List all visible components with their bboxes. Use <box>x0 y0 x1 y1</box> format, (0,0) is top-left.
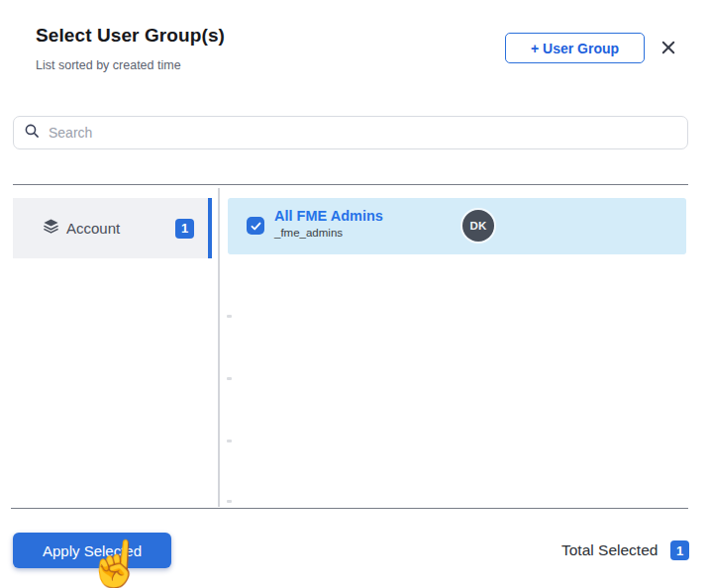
select-user-group-dialog: Select User Group(s) List sorted by crea… <box>0 0 711 588</box>
total-selected-badge: 1 <box>670 540 689 560</box>
column-divider <box>218 188 220 507</box>
apply-selected-button[interactable]: Apply Selected <box>13 533 171 568</box>
list-placeholder-dot <box>227 377 232 380</box>
total-selected-label: Total Selected <box>561 541 658 559</box>
close-icon <box>660 39 677 59</box>
sidebar-item-label: Account <box>66 220 120 237</box>
search-box <box>13 116 688 149</box>
list-placeholder-dot <box>227 315 232 318</box>
search-icon <box>24 123 41 144</box>
sidebar-count-badge: 1 <box>175 219 194 239</box>
checkmark-icon <box>250 220 262 233</box>
search-input[interactable] <box>41 125 687 141</box>
list-placeholder-dot <box>227 500 232 503</box>
sort-hint-text: List sorted by created time <box>36 58 181 72</box>
sidebar-selected-indicator <box>208 198 212 258</box>
user-group-row[interactable]: All FME Admins _fme_admins DK <box>228 198 686 254</box>
page-title: Select User Group(s) <box>36 25 225 47</box>
footer-divider <box>11 508 688 509</box>
list-placeholder-dot <box>227 440 232 442</box>
header-divider <box>13 184 688 185</box>
group-name-link[interactable]: All FME Admins <box>274 208 383 224</box>
group-checkbox[interactable] <box>247 217 264 235</box>
sidebar-item-account[interactable]: Account 1 <box>13 198 208 258</box>
group-id-text: _fme_admins <box>274 227 343 239</box>
close-button[interactable] <box>656 36 681 61</box>
layers-icon <box>43 218 59 239</box>
avatar: DK <box>462 210 494 242</box>
add-user-group-button[interactable]: + User Group <box>505 33 645 63</box>
add-user-group-label: + User Group <box>531 41 619 56</box>
